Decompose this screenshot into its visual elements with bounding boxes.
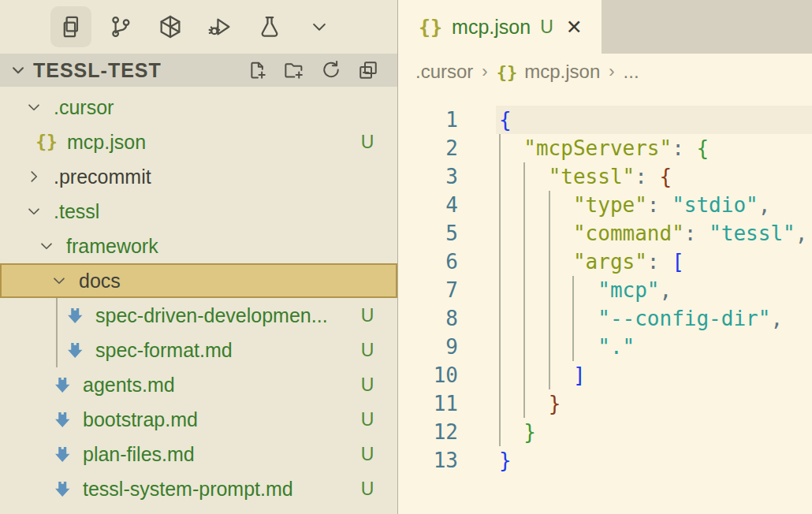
code-text: } xyxy=(458,418,536,446)
code-line-6[interactable]: 6 "args": [ xyxy=(398,248,812,276)
markdown-file-icon xyxy=(52,376,73,394)
line-number[interactable]: 8 xyxy=(398,304,458,333)
breadcrumb-item-...[interactable]: ... xyxy=(624,61,639,83)
tree-item-agents.md[interactable]: agents.mdU xyxy=(0,367,397,402)
workspace-title: TESSL-TEST xyxy=(33,59,245,82)
git-status-badge: U xyxy=(358,479,377,500)
markdown-file-icon xyxy=(52,480,73,498)
chevron-down-icon xyxy=(22,97,46,117)
code-line-13[interactable]: 13} xyxy=(398,446,812,475)
code-text: "tessl": { xyxy=(458,162,672,191)
code-text: { xyxy=(458,106,512,134)
line-number[interactable]: 5 xyxy=(398,219,458,248)
breadcrumb-separator: › xyxy=(482,61,487,82)
code-line-11[interactable]: 11 } xyxy=(398,389,812,418)
json-file-icon: {} xyxy=(497,62,518,82)
code-line-8[interactable]: 8 "--config-dir", xyxy=(398,304,812,333)
chevron-down-icon xyxy=(35,236,58,256)
line-number[interactable]: 2 xyxy=(398,134,458,162)
git-status-badge: U xyxy=(358,340,377,361)
markdown-file-icon xyxy=(65,341,85,359)
breadcrumb: .cursor›{}mcp.json›... xyxy=(398,54,812,90)
code-text: "mcp", xyxy=(458,276,672,304)
git-status-badge: U xyxy=(358,374,377,396)
activity-run-debug-button[interactable] xyxy=(199,6,240,47)
tree-item-plan-files.md[interactable]: plan-files.mdU xyxy=(0,437,397,471)
line-number[interactable]: 13 xyxy=(398,446,458,475)
tree-item-.precommit[interactable]: .precommit xyxy=(0,159,397,194)
git-status-badge: U xyxy=(358,409,377,430)
line-number[interactable]: 4 xyxy=(398,191,458,219)
tree-item-spec-format.md[interactable]: spec-format.mdU xyxy=(0,333,397,367)
new-folder-button[interactable] xyxy=(282,58,306,82)
activity-extensions-button[interactable] xyxy=(150,6,191,47)
breadcrumb-separator: › xyxy=(609,61,614,82)
code-line-10[interactable]: 10 ] xyxy=(398,361,812,389)
line-number[interactable]: 1 xyxy=(398,106,458,134)
chevron-right-icon xyxy=(22,166,46,187)
tree-item-bootstrap.md[interactable]: bootstrap.mdU xyxy=(0,402,397,437)
tree-item-.cursor[interactable]: .cursor xyxy=(0,90,397,125)
tree-item-.tessl[interactable]: .tessl xyxy=(0,194,397,229)
breadcrumb-label: mcp.json xyxy=(524,61,600,83)
tree-item-tessl-system-prompt.md[interactable]: tessl-system-prompt.mdU xyxy=(0,471,397,506)
line-number[interactable]: 6 xyxy=(398,248,458,276)
activity-bar xyxy=(0,0,397,54)
git-status-badge: U xyxy=(358,305,377,326)
code-text: ] xyxy=(458,361,586,389)
editor-group: {} mcp.json U ✕ .cursor›{}mcp.json›... 1… xyxy=(398,0,812,514)
tab-git-status-badge: U xyxy=(540,17,553,38)
code-lines: 1{2 "mcpServers": {3 "tessl": {4 "type":… xyxy=(398,106,812,475)
breadcrumb-item-.cursor[interactable]: .cursor xyxy=(415,61,473,83)
collapse-all-button[interactable] xyxy=(356,58,380,82)
activity-more-button[interactable] xyxy=(299,6,340,47)
tree-item-label: agents.md xyxy=(83,374,358,397)
code-line-7[interactable]: 7 "mcp", xyxy=(398,276,812,304)
breadcrumb-item-mcp.json[interactable]: {}mcp.json xyxy=(497,61,601,83)
activity-source-control-button[interactable] xyxy=(100,6,141,47)
tree-item-label: .tessl xyxy=(54,200,358,223)
tree-item-label: tessl-system-prompt.md xyxy=(83,478,358,501)
tree-item-spec-driven-developmen...[interactable]: spec-driven-developmen...U xyxy=(0,298,397,333)
code-text: "args": [ xyxy=(458,248,684,276)
tree-item-label: mcp.json xyxy=(67,131,358,154)
code-line-9[interactable]: 9 "." xyxy=(398,333,812,361)
line-number[interactable]: 11 xyxy=(398,389,458,418)
code-text: "." xyxy=(458,333,635,361)
activity-testing-button[interactable] xyxy=(249,6,290,47)
tree-item-framework[interactable]: framework xyxy=(0,229,397,263)
explorer-section-header[interactable]: TESSL-TEST xyxy=(0,54,397,87)
tree-item-mcp.json[interactable]: {}mcp.jsonU xyxy=(0,125,397,159)
json-file-icon: {} xyxy=(419,16,442,39)
cursor-window: TESSL-TEST .cursor{}mcp.jsonU.precommit.… xyxy=(0,0,812,514)
refresh-button[interactable] xyxy=(319,58,343,82)
code-line-2[interactable]: 2 "mcpServers": { xyxy=(398,134,812,162)
line-number[interactable]: 7 xyxy=(398,276,458,304)
code-line-5[interactable]: 5 "command": "tessl", xyxy=(398,219,812,248)
new-file-button[interactable] xyxy=(245,58,269,82)
code-text: "command": "tessl", xyxy=(458,219,807,248)
line-number[interactable]: 3 xyxy=(398,162,458,191)
line-number[interactable]: 9 xyxy=(398,333,458,361)
code-line-4[interactable]: 4 "type": "stdio", xyxy=(398,191,812,219)
code-line-3[interactable]: 3 "tessl": { xyxy=(398,162,812,191)
file-tree: .cursor{}mcp.jsonU.precommit.tesslframew… xyxy=(0,87,397,514)
code-text: "type": "stdio", xyxy=(458,191,770,219)
tree-item-label: spec-driven-developmen... xyxy=(95,304,358,327)
chevron-down-icon xyxy=(22,201,46,222)
editor-tab-bar: {} mcp.json U ✕ xyxy=(398,0,812,54)
tree-item-label: plan-files.md xyxy=(83,443,358,466)
close-icon[interactable]: ✕ xyxy=(566,16,583,39)
line-number[interactable]: 12 xyxy=(398,418,458,446)
code-editor[interactable]: 1{2 "mcpServers": {3 "tessl": {4 "type":… xyxy=(398,90,812,514)
code-line-1[interactable]: 1{ xyxy=(398,106,812,134)
line-number[interactable]: 10 xyxy=(398,361,458,389)
markdown-file-icon xyxy=(52,445,73,464)
code-line-12[interactable]: 12 } xyxy=(398,418,812,446)
activity-explorer-button[interactable] xyxy=(50,6,91,47)
beaker-icon xyxy=(256,13,283,40)
tab-mcp-json[interactable]: {} mcp.json U ✕ xyxy=(398,0,602,54)
cube-icon xyxy=(157,13,184,40)
tree-item-label: bootstrap.md xyxy=(83,408,358,431)
tree-item-docs[interactable]: docs xyxy=(0,263,397,298)
